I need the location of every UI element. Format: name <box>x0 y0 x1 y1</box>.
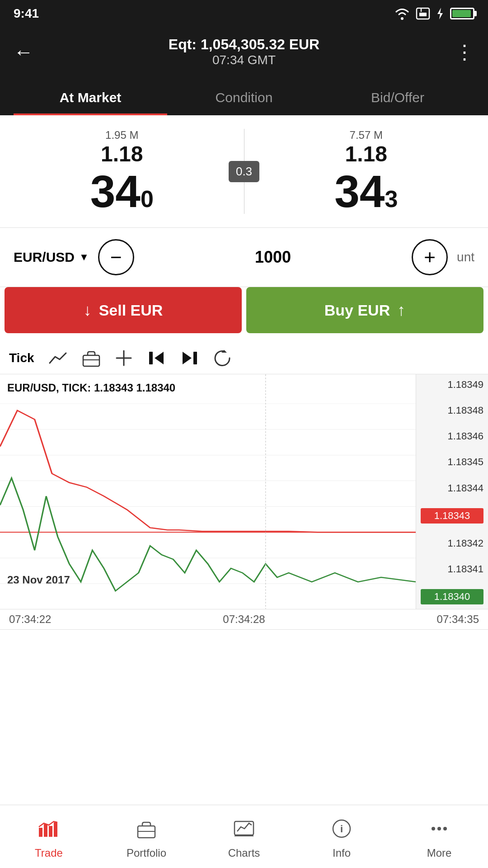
nav-charts[interactable]: Charts <box>195 814 293 859</box>
nav-more[interactable]: More <box>390 814 488 859</box>
buy-price-big: 1.18 <box>253 143 479 169</box>
charts-icon <box>233 819 255 843</box>
y-label-2: 1.18348 <box>421 405 483 416</box>
sell-label: Sell EUR <box>99 302 163 319</box>
buy-price-side: 7.57 M 1.18 343 <box>253 129 479 214</box>
skip-forward-icon[interactable] <box>180 349 200 367</box>
nav-trade[interactable]: Trade <box>0 814 98 859</box>
svg-rect-24 <box>39 828 42 837</box>
svg-rect-25 <box>44 824 47 837</box>
refresh-icon[interactable] <box>213 349 231 367</box>
y-label-4: 1.18345 <box>421 456 483 468</box>
price-section: 1.95 M 1.18 340 0.3 7.57 M 1.18 343 <box>0 115 488 228</box>
tab-condition[interactable]: Condition <box>167 81 321 115</box>
nav-charts-label: Charts <box>228 847 260 859</box>
pair-dropdown-arrow: ▼ <box>79 251 89 263</box>
chart-time-labels: 07:34:22 07:34:28 07:34:35 <box>0 609 488 630</box>
svg-text:i: i <box>340 823 343 835</box>
sell-button[interactable]: ↓ Sell EUR <box>5 287 242 333</box>
svg-marker-11 <box>183 352 192 364</box>
status-icons <box>394 7 474 20</box>
pair-label: EUR/USD <box>14 250 75 265</box>
info-icon: i <box>332 819 352 843</box>
svg-rect-3 <box>419 13 427 16</box>
buy-arrow-icon: ↑ <box>397 301 405 320</box>
nav-trade-label: Trade <box>35 847 63 859</box>
nav-info-label: Info <box>333 847 351 859</box>
quantity-value[interactable]: 1000 <box>143 248 403 267</box>
header-info: Eqt: 1,054,305.32 EUR 07:34 GMT <box>33 36 455 67</box>
svg-point-35 <box>437 827 441 830</box>
nav-portfolio[interactable]: Portfolio <box>98 814 195 859</box>
signal-icon <box>416 7 430 20</box>
buy-price-digits: 343 <box>253 169 479 214</box>
status-time: 9:41 <box>14 6 39 21</box>
unit-label: unt <box>457 250 474 264</box>
tab-at-market[interactable]: At Market <box>14 81 167 115</box>
svg-marker-9 <box>155 352 164 364</box>
svg-marker-4 <box>437 8 443 19</box>
time-label-3: 07:34:35 <box>428 613 488 626</box>
svg-point-34 <box>432 827 435 830</box>
chart-label: EUR/USD, TICK: 1.18343 1.18340 <box>7 382 175 394</box>
sell-big-digits: 34 <box>90 169 141 214</box>
briefcase-icon[interactable] <box>81 349 101 367</box>
status-bar: 9:41 <box>0 0 488 27</box>
nav-info[interactable]: i Info <box>293 814 390 859</box>
nav-more-label: More <box>427 847 452 859</box>
equity-value: Eqt: 1,054,305.32 EUR <box>33 36 455 53</box>
price-divider: 0.3 <box>244 129 244 214</box>
svg-rect-12 <box>193 352 197 364</box>
buy-price-whole: 1.18 <box>345 143 387 165</box>
y-label-highlight-red: 1.18343 <box>421 508 483 524</box>
time-label-1: 07:34:22 <box>0 613 60 626</box>
nav-portfolio-label: Portfolio <box>127 847 166 859</box>
svg-rect-10 <box>149 352 153 364</box>
sell-price-digits: 340 <box>9 169 235 214</box>
y-label-5: 1.18344 <box>421 482 483 494</box>
add-indicator-icon[interactable] <box>115 349 133 367</box>
y-label-highlight-green: 1.18340 <box>421 589 483 604</box>
portfolio-icon <box>135 819 158 843</box>
y-label-7: 1.18341 <box>421 563 483 575</box>
svg-point-0 <box>401 17 404 20</box>
sell-arrow-icon: ↓ <box>84 301 92 320</box>
skip-back-icon[interactable] <box>146 349 166 367</box>
chart-area: EUR/USD, TICK: 1.18343 1.18340 23 Nov 20… <box>0 374 488 609</box>
decrease-quantity-button[interactable]: − <box>98 239 134 275</box>
sell-price-big: 1.18 <box>9 143 235 169</box>
back-button[interactable]: ← <box>14 41 33 63</box>
y-label-3: 1.18346 <box>421 430 483 442</box>
y-label-1: 1.18349 <box>421 379 483 391</box>
y-label-6: 1.18342 <box>421 538 483 549</box>
bottom-nav: Trade Portfolio Charts i <box>0 805 488 868</box>
sell-price-whole: 1.18 <box>101 143 143 165</box>
sell-volume: 1.95 M <box>9 129 235 142</box>
header-time: 07:34 GMT <box>33 53 455 67</box>
wifi-icon <box>394 7 410 20</box>
tab-bid-offer[interactable]: Bid/Offer <box>321 81 474 115</box>
increase-quantity-button[interactable]: + <box>412 239 448 275</box>
buy-big-digits: 34 <box>334 169 385 214</box>
svg-rect-27 <box>54 822 57 837</box>
chart-svg <box>0 374 416 609</box>
buy-label: Buy EUR <box>324 302 390 319</box>
sell-price-side: 1.95 M 1.18 340 <box>9 129 235 214</box>
action-buttons: ↓ Sell EUR Buy EUR ↑ <box>0 287 488 342</box>
svg-point-36 <box>443 827 447 830</box>
header: ← Eqt: 1,054,305.32 EUR 07:34 GMT ⋮ <box>0 27 488 72</box>
svg-rect-26 <box>49 826 52 837</box>
chart-toolbar: Tick <box>0 342 488 374</box>
menu-button[interactable]: ⋮ <box>455 40 474 63</box>
buy-button[interactable]: Buy EUR ↑ <box>246 287 483 333</box>
battery-icon <box>450 8 474 19</box>
spread-badge: 0.3 <box>229 161 259 182</box>
tabs: At Market Condition Bid/Offer <box>0 72 488 115</box>
sell-sub-digit: 0 <box>141 187 154 211</box>
pair-selector[interactable]: EUR/USD ▼ <box>14 250 89 265</box>
time-label-2: 07:34:28 <box>214 613 274 626</box>
trading-controls: EUR/USD ▼ − 1000 + unt <box>0 228 488 287</box>
line-style-icon[interactable] <box>48 350 68 366</box>
trade-icon <box>38 819 60 843</box>
timeframe-label[interactable]: Tick <box>9 351 34 365</box>
